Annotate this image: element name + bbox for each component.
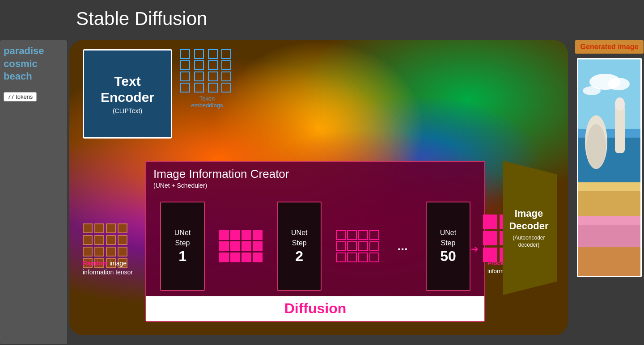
grid-cell [483,215,497,229]
svg-rect-0 [578,59,642,131]
grid-cell [208,49,218,59]
grid-cell [219,252,229,262]
grid-cell [347,230,357,240]
unet-step-1: UNetStep 1 [160,202,205,291]
grid-cell [336,230,346,240]
grid-cell [94,223,104,233]
grid-cell [336,241,346,251]
grid-cell [253,241,263,251]
grid-cell [118,223,127,233]
grid-cell [358,252,368,262]
unet-step-50-number: 50 [440,248,456,265]
iic-title: Image Information Creator [146,162,484,182]
svg-rect-8 [615,104,625,153]
random-tensor-label: Random imageinformation tensor [83,259,133,277]
unet-step-2-label: UNetStep [291,228,307,248]
text-encoder-label: TextEncoder [101,73,154,105]
grid-cell [94,247,104,257]
iic-content: UNetStep 1 [146,193,484,300]
diffusion-label: Diffusion [284,300,347,317]
grid-cell [230,230,240,240]
grid-cell [230,241,240,251]
unet-step-2-number: 2 [295,248,303,265]
diffusion-bar: Diffusion [146,296,484,321]
image-information-creator: Image Information Creator (UNet + Schedu… [145,161,485,322]
grid-cell [219,230,229,240]
grid-cell [83,247,93,257]
inter-grid-2 [336,230,379,262]
grid-cell [194,49,204,59]
unet-step-1-number: 1 [178,248,186,265]
unet-step-2: UNetStep 2 [277,202,322,291]
grid-cell [369,252,379,262]
grid-cell [253,230,263,240]
svg-rect-13 [578,216,642,225]
image-decoder-label: ImageDecoder [509,207,548,233]
grid-cell [106,247,116,257]
generated-image-box [577,58,642,277]
grid-cell [242,252,251,262]
grid-cell [83,235,93,245]
page-title: Stable Diffusion [76,8,207,29]
grid-cell [118,247,127,257]
grid-cell [369,241,379,251]
grid-cell [194,83,204,93]
token-embeddings: Tokenembeddings [180,49,234,109]
image-decoder-sublabel: (Autoencoderdecoder) [513,235,545,248]
tokens-badge: 77 tokens [4,92,37,101]
grid-cell [242,230,251,240]
iic-subtitle: (UNet + Scheduler) [146,182,484,193]
inter-grid-1 [219,230,263,262]
grid-cell [358,230,368,240]
grid-cell [180,83,190,93]
grid-cell [230,252,240,262]
unet-step-50-label: UNetStep [440,228,456,248]
arrow-from-unet-icon: ➔ [471,244,479,254]
unet-step-1-label: UNetStep [174,228,191,248]
grid-cell [180,60,190,70]
token-embeddings-label: Tokenembeddings [180,95,234,109]
grid-cell [221,60,231,70]
dots: ... [394,239,411,253]
grid-cell [219,241,229,251]
svg-point-3 [583,86,601,95]
unet-step-50: UNetStep 50 [426,202,470,291]
grid-cell [347,241,357,251]
generated-image-label: Generated image [575,40,644,54]
grid-cell [336,252,346,262]
grid-cell [94,235,104,245]
grid-cell [194,60,204,70]
grid-cell [208,83,218,93]
grid-cell [483,231,497,245]
svg-point-2 [607,78,630,90]
grid-cell [221,83,231,93]
grid-cell [83,223,93,233]
prompt-text: paradisecosmicbeach [4,45,44,83]
grid-cell [347,252,357,262]
svg-rect-11 [578,182,642,191]
svg-rect-14 [578,247,642,277]
grid-cell [180,72,190,81]
svg-point-9 [615,97,625,111]
grid-cell [221,49,231,59]
grid-cell [106,223,116,233]
grid-cell [221,72,231,81]
text-encoder-box: TextEncoder (CLIPText) [83,49,172,139]
grid-cell [180,49,190,59]
random-highlight: Random [83,260,108,267]
grid-cell [208,60,218,70]
grid-cell [194,72,204,81]
main-diagram: TextEncoder (CLIPText) Tokenembeddings [69,40,568,335]
grid-cell [358,241,368,251]
grid-cell [253,252,263,262]
svg-point-7 [586,124,606,169]
right-panel: Generated image [575,40,644,335]
grid-cell [369,230,379,240]
cliptext-label: (CLIPText) [113,107,142,114]
grid-cell [106,235,116,245]
generated-image-svg [578,59,642,277]
grid-cell [118,235,127,245]
grid-cell [208,72,218,81]
grid-cell [242,241,251,251]
left-sidebar: paradisecosmicbeach 77 tokens [0,40,67,344]
